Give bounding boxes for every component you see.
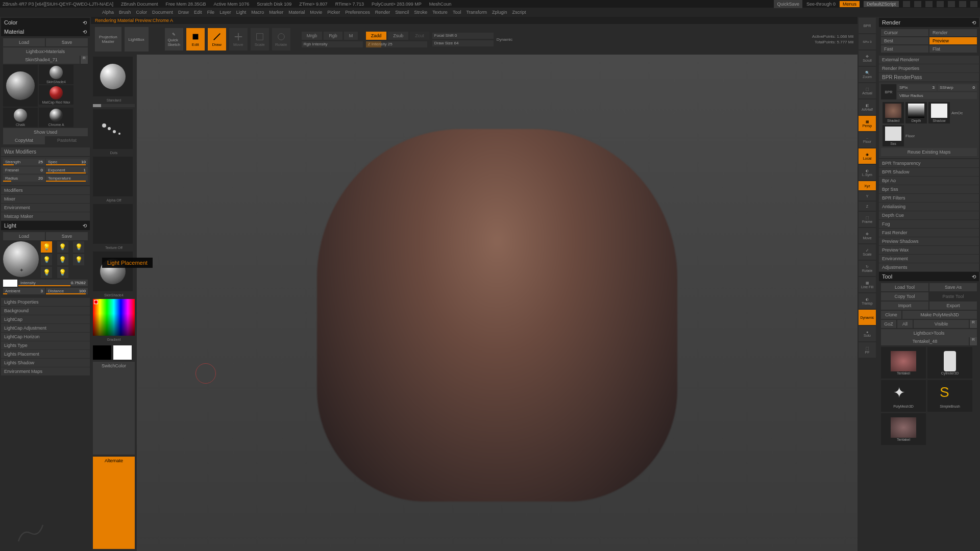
- default-zscript-button[interactable]: DefaultZScript: [864, 1, 899, 7]
- lightcap-horizon-header[interactable]: LightCap Horizon: [1, 333, 90, 341]
- render-item-12[interactable]: Adjustments: [879, 263, 979, 271]
- menu-transform[interactable]: Transform: [466, 10, 487, 15]
- menu-picker[interactable]: Picker: [327, 10, 340, 15]
- axis-z[interactable]: Z: [859, 202, 876, 211]
- local-button[interactable]: ◉Local: [859, 148, 876, 164]
- zadd-button[interactable]: Zadd: [366, 32, 387, 40]
- material-current[interactable]: [3, 65, 38, 107]
- draw-mode-button[interactable]: Draw: [208, 28, 226, 51]
- lights-type-header[interactable]: Lights Type: [1, 341, 90, 349]
- color-panel-header[interactable]: Color ⟲: [1, 18, 90, 27]
- r-marker[interactable]: R: [970, 320, 977, 328]
- render-panel-header[interactable]: Render ⟲: [879, 18, 979, 27]
- light-4[interactable]: 💡: [41, 254, 52, 265]
- light-color-swatch[interactable]: [3, 280, 17, 287]
- pf-button[interactable]: ⬚PF: [859, 342, 876, 358]
- bpr-sss[interactable]: Sss: [883, 125, 904, 146]
- pastemat-button[interactable]: PasteMat: [46, 136, 88, 144]
- ssharp-value[interactable]: 0: [973, 85, 975, 90]
- intensity-value[interactable]: 0.75282: [71, 281, 86, 285]
- load-tool-button[interactable]: Load Tool: [881, 283, 928, 291]
- bpr-amoc-label[interactable]: AmOc: [951, 111, 963, 115]
- save-button[interactable]: Save: [46, 38, 88, 46]
- switchcolor-button[interactable]: SwitchColor: [93, 362, 135, 455]
- lightbox-materials-button[interactable]: Lightbox>Materials: [3, 47, 88, 56]
- external-renderer-header[interactable]: External Renderer: [879, 56, 979, 64]
- fresnel-value[interactable]: 0: [41, 168, 43, 172]
- export-button[interactable]: Export: [929, 302, 977, 310]
- bpr-renderpass-header[interactable]: BPR RenderPass: [879, 73, 979, 82]
- zcut-button[interactable]: Zcut: [410, 32, 429, 40]
- alpha-preview[interactable]: [93, 157, 133, 196]
- scroll-button[interactable]: ✥Scroll: [859, 51, 876, 66]
- lightcap-adjustment-header[interactable]: LightCap Adjustment: [1, 324, 90, 332]
- aahalf-button[interactable]: ◧AAHalf: [859, 99, 876, 115]
- tool-tentakel2[interactable]: Tentakel: [881, 413, 926, 445]
- light-1[interactable]: 💡: [41, 241, 52, 253]
- matcap-maker-header[interactable]: Matcap Maker: [1, 212, 90, 220]
- import-button[interactable]: Import: [881, 302, 928, 310]
- maximize-button[interactable]: [959, 1, 966, 7]
- bpr-button[interactable]: BPR: [859, 18, 876, 33]
- focal-shift-slider[interactable]: Focal Shift 0: [432, 33, 494, 39]
- menu-light[interactable]: Light: [236, 10, 247, 15]
- bpr-shadow[interactable]: Shadow: [928, 102, 950, 123]
- light-save-button[interactable]: Save: [46, 232, 88, 240]
- render-button[interactable]: Render: [929, 29, 977, 36]
- texture-preview[interactable]: [93, 204, 133, 244]
- close-icon[interactable]: ⟲: [972, 20, 976, 26]
- menu-alpha[interactable]: Alpha: [102, 10, 114, 15]
- menu-material[interactable]: Material: [288, 10, 305, 15]
- quicksave-button[interactable]: QuickSave: [774, 0, 802, 8]
- copy-tool-button[interactable]: Copy Tool: [881, 292, 928, 300]
- flat-button[interactable]: Flat: [929, 45, 977, 53]
- secondary-color[interactable]: [93, 345, 111, 360]
- zoom-button[interactable]: 🔍Zoom: [859, 67, 876, 82]
- rotate-mode-button[interactable]: Rotate: [272, 28, 290, 51]
- xyz-button[interactable]: Xyz: [859, 181, 876, 190]
- light-load-button[interactable]: Load: [3, 232, 45, 240]
- solo-button[interactable]: ●Solo: [859, 326, 876, 341]
- tool-panel-header[interactable]: Tool ⟲: [879, 272, 979, 281]
- show-used-button[interactable]: Show Used: [3, 128, 88, 136]
- environment-maps-header[interactable]: Environment Maps: [1, 367, 90, 375]
- brush-preview[interactable]: [93, 57, 133, 96]
- tool-polymesh[interactable]: ✦PolyMesh3D: [881, 380, 926, 412]
- lights-shadow-header[interactable]: Lights Shadow: [1, 359, 90, 367]
- menu-layer[interactable]: Layer: [219, 10, 231, 15]
- paste-tool-button[interactable]: Paste Tool: [929, 292, 977, 300]
- render-item-9[interactable]: Preview Shadows: [879, 237, 979, 245]
- lightcap-header[interactable]: LightCap: [1, 315, 90, 323]
- linefill-button[interactable]: ▦Line Fill: [859, 277, 876, 292]
- distance-value[interactable]: 100: [79, 289, 86, 293]
- light-7[interactable]: 💡: [41, 267, 52, 278]
- scale-mode-button[interactable]: Scale: [251, 28, 269, 51]
- light-5[interactable]: 💡: [57, 254, 68, 265]
- r-marker[interactable]: R: [970, 337, 977, 345]
- zsub-button[interactable]: Zsub: [388, 32, 408, 40]
- material-skinshade[interactable]: SkinShade4: [39, 65, 74, 84]
- clone-button[interactable]: Clone: [881, 311, 901, 319]
- viewport[interactable]: [137, 55, 857, 551]
- window-icon[interactable]: [903, 1, 910, 7]
- radius-value[interactable]: 20: [38, 176, 43, 181]
- frame-button[interactable]: ⬚Frame: [859, 212, 876, 227]
- menu-edit[interactable]: Edit: [194, 10, 202, 15]
- actual-button[interactable]: ⬚Actual: [859, 83, 876, 98]
- menu-texture[interactable]: Texture: [432, 10, 448, 15]
- load-button[interactable]: Load: [3, 38, 45, 46]
- render-item-2[interactable]: Bpr Ao: [879, 177, 979, 185]
- material-name[interactable]: SkinShade4_71: [3, 56, 80, 64]
- persp-button[interactable]: ▦Persp: [859, 116, 876, 131]
- render-item-3[interactable]: Bpr Sss: [879, 185, 979, 193]
- menu-macro[interactable]: Macro: [251, 10, 264, 15]
- render-item-5[interactable]: Antialiasing: [879, 203, 979, 211]
- background-header[interactable]: Background: [1, 307, 90, 315]
- menus-button[interactable]: Menus: [840, 1, 860, 7]
- cursor-button[interactable]: Cursor: [881, 29, 928, 36]
- lsym-button[interactable]: ◐L.Sym: [859, 165, 876, 180]
- tool-tentakel[interactable]: Tentakel: [881, 347, 926, 379]
- primary-color[interactable]: [113, 345, 132, 360]
- menu-tool[interactable]: Tool: [453, 10, 461, 15]
- lightbox-tools-button[interactable]: Lightbox>Tools: [881, 329, 977, 337]
